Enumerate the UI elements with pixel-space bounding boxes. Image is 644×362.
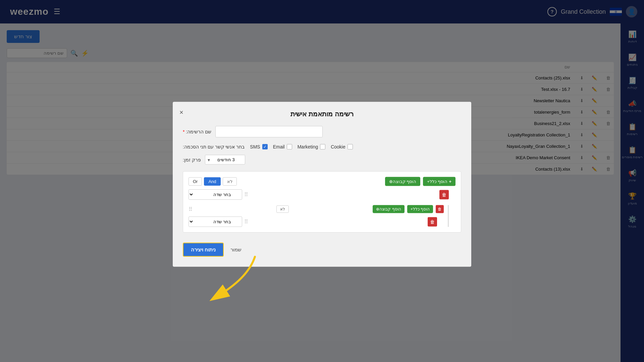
sms-checkbox-item[interactable]: ✓ SMS	[250, 144, 267, 149]
group1-add-all-label: הוסף כלל+	[427, 179, 447, 184]
group2-delete-btn[interactable]: 🗑	[436, 205, 444, 213]
marketing-label: Marketing	[298, 144, 318, 149]
conditions-area: + הוסף כלל+ הוסף קבוצה⊕ לא And Or 🗑 ⠿ בח	[183, 171, 461, 233]
required-asterisk: *	[183, 129, 184, 134]
period-row: 3 חודשים 6 חודשים 12 חודשים פרק זמן:	[183, 155, 461, 165]
group1-add-group-label: הוסף קבוצה⊕	[389, 179, 417, 184]
group1-add-group-btn[interactable]: הוסף קבוצה⊕	[385, 177, 421, 186]
group2-header: 🗑 הוסף כלל+ הוסף קבוצה⊕ לא ⠿	[189, 205, 444, 213]
condition2-delete-btn[interactable]: 🗑	[428, 217, 437, 226]
group1-or-btn[interactable]: Or	[189, 177, 202, 186]
email-checkbox[interactable]	[287, 144, 292, 149]
save-label: שמור	[230, 247, 241, 253]
list-name-input[interactable]	[215, 126, 323, 137]
condition-group-1: + הוסף כלל+ הוסף קבוצה⊕ לא And Or 🗑 ⠿ בח	[189, 177, 455, 200]
list-name-row: שם הרשימה: *	[183, 126, 461, 137]
condition-group-2: 🗑 הוסף כלל+ הוסף קבוצה⊕ לא ⠿ 🗑 ⠿ בחר שדה	[189, 205, 449, 227]
cookie-checkbox-item[interactable]: Cookie	[331, 144, 353, 149]
period-select-wrapper[interactable]: 3 חודשים 6 חודשים 12 חודשים	[205, 155, 245, 165]
agreement-label: בחר אנשי קשר עם תני הסכמה:	[183, 144, 245, 149]
cookie-label: Cookie	[331, 144, 345, 149]
group2-add-group-btn[interactable]: הוסף קבוצה⊕	[373, 205, 404, 213]
condition2-field-select[interactable]: בחר שדה	[189, 217, 242, 227]
sms-checkbox[interactable]: ✓	[262, 144, 268, 149]
modal-close-button[interactable]: ×	[179, 109, 183, 116]
cookie-checkbox[interactable]	[347, 144, 353, 149]
agreement-row: Cookie Marketing Email ✓ SMS בחר אנשי קש…	[183, 144, 461, 149]
email-checkbox-item[interactable]: Email	[273, 144, 292, 149]
condition2-drag-handle[interactable]: ⠿	[244, 219, 248, 225]
save-create-button[interactable]: ניתוח ויצירה	[183, 243, 224, 257]
group1-header: + הוסף כלל+ הוסף קבוצה⊕ לא And Or	[189, 177, 455, 186]
group2-drag-handle[interactable]: ⠿	[189, 206, 193, 212]
group1-not-btn[interactable]: לא	[223, 177, 237, 186]
list-name-label: שם הרשימה: *	[183, 129, 211, 134]
group1-and-btn[interactable]: And	[204, 177, 220, 186]
modal: × רשימה מותאמת אישית שם הרשימה: * Cookie…	[173, 102, 471, 267]
period-label: פרק זמן:	[183, 157, 201, 162]
condition-row-1: 🗑 ⠿ בחר שדה	[189, 189, 449, 200]
group1-operators: לא And Or	[189, 177, 237, 186]
group2-add-label: הוסף כלל+	[411, 207, 430, 212]
condition1-field-select[interactable]: בחר שדה	[189, 189, 242, 200]
marketing-checkbox[interactable]	[320, 144, 325, 149]
condition1-select-wrap: ⠿ בחר שדה	[189, 189, 436, 200]
modal-header: רשימה מותאמת אישית	[183, 110, 461, 118]
group2-add-all-btn[interactable]: הוסף כלל+	[407, 205, 433, 213]
sms-label: SMS	[250, 144, 260, 149]
condition2-select-wrap: ⠿ בחר שדה	[189, 217, 424, 227]
condition1-delete-btn[interactable]: 🗑	[439, 190, 449, 199]
modal-footer: שמור ניתוח ויצירה	[183, 239, 461, 257]
modal-title: רשימה מותאמת אישית	[183, 110, 461, 118]
email-label: Email	[273, 144, 285, 149]
group2-add-group-label: הוסף קבוצה⊕	[376, 207, 401, 212]
group1-add-all-btn[interactable]: + הוסף כלל+	[423, 177, 455, 186]
group2-not-btn[interactable]: לא	[276, 205, 289, 213]
period-select[interactable]: 3 חודשים 6 חודשים 12 חודשים	[205, 155, 245, 165]
marketing-checkbox-item[interactable]: Marketing	[298, 144, 325, 149]
condition1-drag-handle[interactable]: ⠿	[244, 191, 248, 198]
condition-row-2: 🗑 ⠿ בחר שדה	[189, 217, 437, 227]
